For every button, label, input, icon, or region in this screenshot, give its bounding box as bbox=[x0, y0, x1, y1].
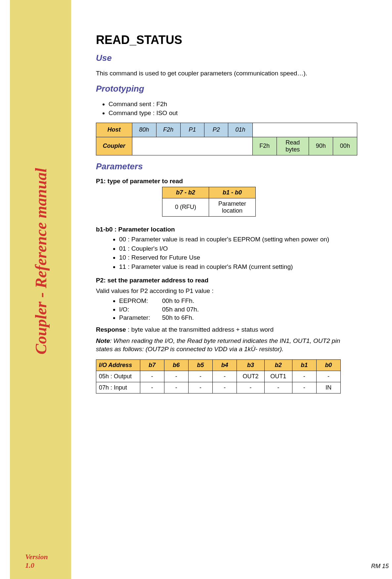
host-cell: F2h bbox=[156, 123, 180, 137]
ioa-header: b2 bbox=[264, 359, 292, 371]
ioa-cell: - bbox=[164, 382, 188, 393]
note-label: Note bbox=[96, 337, 110, 344]
proto-bullet: Command type : ISO out bbox=[109, 109, 357, 117]
host-cell: P2 bbox=[204, 123, 228, 137]
ioa-cell: - bbox=[264, 382, 292, 393]
io-address-table: I/O Address b7 b6 b5 b4 b3 b2 b1 b0 05h … bbox=[96, 359, 341, 393]
p2-heading: P2: set the parameter address to read bbox=[96, 277, 357, 284]
loc-heading: b1-b0 : Parameter location bbox=[96, 226, 357, 233]
ioa-cell: - bbox=[213, 371, 237, 382]
coupler-cell: Read bytes bbox=[277, 137, 309, 155]
p2-intro: Valid values for P2 according to P1 valu… bbox=[96, 287, 357, 295]
ioa-cell: OUT2 bbox=[237, 371, 265, 382]
use-heading: Use bbox=[96, 53, 357, 63]
response-label: Response bbox=[96, 326, 126, 333]
host-cell: 80h bbox=[132, 123, 156, 137]
coupler-cell: 00h bbox=[333, 137, 357, 155]
coupler-label-cell: Coupler bbox=[96, 137, 132, 155]
ioa-header: b1 bbox=[292, 359, 316, 371]
ioa-cell: - bbox=[213, 382, 237, 393]
host-cell: 01h bbox=[228, 123, 252, 137]
ioa-cell: - bbox=[188, 382, 212, 393]
coupler-cell: F2h bbox=[252, 137, 277, 155]
ioa-cell: - bbox=[292, 371, 316, 382]
ioa-row-label: 05h : Output bbox=[96, 371, 140, 382]
note-text: : When reading the I/O, the Read byte re… bbox=[96, 337, 340, 353]
p1-table: b7 - b2 b1 - b0 0 (RFU) Parameter locati… bbox=[162, 187, 256, 217]
ioa-cell: - bbox=[164, 371, 188, 382]
ioa-header: b5 bbox=[188, 359, 212, 371]
parameters-heading: Parameters bbox=[96, 161, 357, 172]
ioa-cell: IN bbox=[316, 382, 340, 393]
p2-row: Parameter:50h to 6Fh. bbox=[119, 313, 357, 322]
response-line: Response : byte value at the transmitted… bbox=[96, 325, 357, 334]
ioa-header: I/O Address bbox=[96, 359, 140, 371]
use-text: This command is used to get coupler para… bbox=[96, 69, 357, 78]
host-label-cell: Host bbox=[96, 123, 132, 137]
empty-cell bbox=[132, 137, 252, 155]
coupler-cell: 90h bbox=[309, 137, 333, 155]
loc-item: 10 : Reserved for Future Use bbox=[119, 253, 357, 262]
page-title: READ_STATUS bbox=[96, 33, 357, 47]
version-label: Version 1.0 bbox=[25, 553, 56, 570]
p1-cell: Parameter location bbox=[209, 198, 256, 216]
ioa-row: 07h : Input - - - - - - - IN bbox=[96, 382, 341, 393]
ioa-header: b4 bbox=[213, 359, 237, 371]
p2-row: EEPROM:00h to FFh. bbox=[119, 297, 357, 305]
ioa-cell: OUT1 bbox=[264, 371, 292, 382]
ioa-cell: - bbox=[140, 382, 164, 393]
page-content: READ_STATUS Use This command is used to … bbox=[96, 33, 357, 393]
ioa-cell: - bbox=[188, 371, 212, 382]
proto-bullet: Command sent : F2h bbox=[109, 100, 357, 108]
proto-table: Host 80h F2h P1 P2 01h Coupler F2h Read … bbox=[96, 123, 357, 155]
p1-cell: 0 (RFU) bbox=[162, 198, 209, 216]
loc-list: 00 : Parameter value is read in coupler'… bbox=[119, 235, 357, 271]
p2-row: I/O:05h and 07h. bbox=[119, 305, 357, 314]
ioa-cell: - bbox=[292, 382, 316, 393]
loc-item: 00 : Parameter value is read in coupler'… bbox=[119, 235, 357, 244]
ioa-header: b6 bbox=[164, 359, 188, 371]
p2-values: EEPROM:00h to FFh. I/O:05h and 07h. Para… bbox=[119, 297, 357, 322]
ioa-row-label: 07h : Input bbox=[96, 382, 140, 393]
ioa-header: b3 bbox=[237, 359, 265, 371]
response-text: : byte value at the transmitted address … bbox=[126, 326, 274, 333]
p1-heading: P1: type of parameter to read bbox=[96, 178, 357, 185]
ioa-row: 05h : Output - - - - OUT2 OUT1 - - bbox=[96, 371, 341, 382]
empty-cell bbox=[252, 123, 357, 137]
loc-item: 11 : Parameter value is read in coupler'… bbox=[119, 263, 357, 271]
ioa-cell: - bbox=[237, 382, 265, 393]
host-cell: P1 bbox=[180, 123, 204, 137]
proto-bullets: Command sent : F2h Command type : ISO ou… bbox=[109, 100, 357, 117]
prototyping-heading: Prototyping bbox=[96, 84, 357, 94]
p1-header: b7 - b2 bbox=[162, 187, 209, 198]
note-line: Note: When reading the I/O, the Read byt… bbox=[96, 337, 357, 353]
sidebar-title: Coupler - Reference manual bbox=[31, 168, 50, 354]
ioa-header: b7 bbox=[140, 359, 164, 371]
ioa-cell: - bbox=[140, 371, 164, 382]
p1-header: b1 - b0 bbox=[209, 187, 256, 198]
ioa-cell: - bbox=[316, 371, 340, 382]
ioa-header: b0 bbox=[316, 359, 340, 371]
page-number: RM 15 bbox=[371, 563, 389, 570]
sidebar: Coupler - Reference manual Version 1.0 bbox=[10, 0, 71, 579]
loc-item: 01 : Coupler's I/O bbox=[119, 244, 357, 253]
